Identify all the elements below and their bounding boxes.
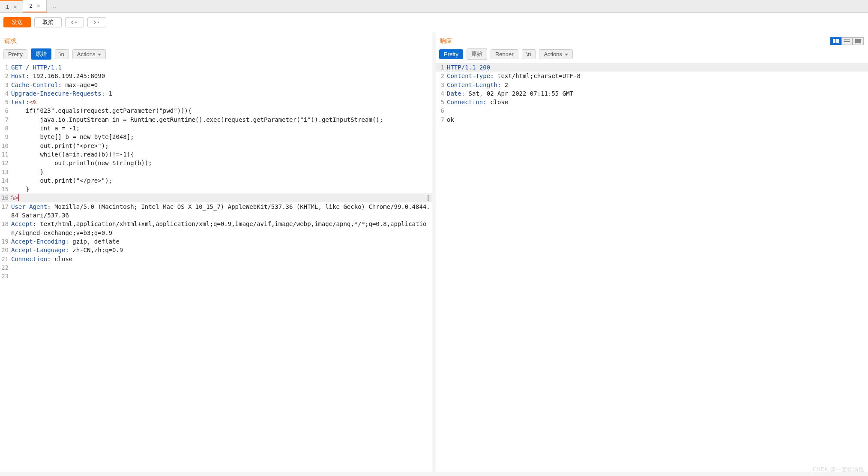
code-line: 5Connection: close [436, 98, 868, 106]
code-line: 1GET / HTTP/1.1 [0, 63, 432, 72]
line-number: 6 [0, 106, 11, 115]
line-number: 7 [0, 115, 11, 124]
code-line: 17User-Agent: Mozilla/5.0 (Macintosh; In… [0, 202, 432, 220]
view-buttons [830, 37, 864, 45]
line-number: 12 [0, 159, 11, 167]
code-line: 22 [0, 263, 432, 272]
code-line: 11 while((a=in.read(b))!=-1){ [0, 150, 432, 159]
send-button[interactable]: 发送 [3, 17, 31, 27]
line-content: out.print("<pre>"); [11, 142, 432, 150]
code-line: 12 out.println(new String(b)); [0, 159, 432, 167]
code-line: 2Host: 192.168.199.245:8090 [0, 72, 432, 80]
line-content: } [11, 168, 432, 176]
request-subtabs: Pretty 原始 \n Actions [0, 48, 432, 63]
kebab-icon[interactable]: ••• [427, 195, 429, 202]
line-content: Date: Sat, 02 Apr 2022 07:11:55 GMT [447, 89, 868, 98]
line-number: 6 [436, 106, 447, 115]
line-content [11, 272, 432, 280]
line-content: %> [11, 193, 432, 202]
request-title: 请求 [4, 37, 16, 45]
response-title: 响应 [440, 37, 452, 45]
line-number: 8 [0, 124, 11, 133]
subtab-render[interactable]: Render [491, 49, 518, 59]
subtab-actions[interactable]: Actions [539, 49, 573, 59]
subtab-actions[interactable]: Actions [72, 49, 106, 59]
tab-label: 2 [29, 3, 32, 9]
tab-label: 1 [6, 3, 9, 10]
code-line: 6 if("023".equals(request.getParameter("… [0, 106, 432, 115]
line-number: 4 [0, 89, 11, 98]
line-content: Connection: close [11, 255, 432, 263]
code-line: 1HTTP/1.1 200 [436, 63, 868, 72]
line-content: if("023".equals(request.getParameter("pw… [11, 106, 432, 115]
line-content: User-Agent: Mozilla/5.0 (Macintosh; Inte… [11, 202, 432, 220]
code-line: 15 } [0, 185, 432, 193]
code-line: 9 byte[] b = new byte[2048]; [0, 133, 432, 141]
line-content: Content-Type: text/html;charset=UTF-8 [447, 72, 868, 80]
line-content: GET / HTTP/1.1 [11, 63, 432, 72]
line-content: out.print("</pre>"); [11, 176, 432, 185]
prev-button[interactable] [65, 17, 84, 27]
close-icon[interactable]: × [37, 3, 40, 9]
subtab-newline[interactable]: \n [55, 49, 69, 59]
line-content: out.println(new String(b)); [11, 159, 432, 167]
line-number: 3 [436, 81, 447, 89]
tab-overflow[interactable]: … [47, 0, 64, 12]
subtab-pretty[interactable]: Pretty [3, 49, 27, 59]
line-number: 14 [0, 176, 11, 185]
code-line: 8 int a = -1; [0, 124, 432, 133]
line-number: 21 [0, 255, 11, 263]
line-number: 4 [436, 89, 447, 98]
view-list-button[interactable] [841, 37, 853, 45]
line-content: int a = -1; [11, 124, 432, 133]
request-pane: 请求 Pretty 原始 \n Actions 1GET / HTTP/1.12… [0, 32, 436, 472]
close-icon[interactable]: × [13, 3, 17, 10]
line-number: 1 [436, 63, 447, 72]
code-line: 3Cache-Control: max-age=0 [0, 81, 432, 89]
line-content: java.io.InputStream in = Runtime.getRunt… [11, 115, 432, 124]
line-number: 2 [0, 72, 11, 80]
chevron-left-icon [70, 20, 79, 25]
code-line: 2Content-Type: text/html;charset=UTF-8 [436, 72, 868, 80]
subtab-raw[interactable]: 原始 [31, 48, 51, 60]
chevron-right-icon [93, 20, 101, 25]
code-line: 7 java.io.InputStream in = Runtime.getRu… [0, 115, 432, 124]
watermark: CSDN @一笼管汤包 [813, 466, 864, 472]
line-number: 5 [0, 98, 11, 106]
line-number: 2 [436, 72, 447, 80]
code-line: 10 out.print("<pre>"); [0, 142, 432, 150]
line-content [11, 263, 432, 272]
line-content: while((a=in.read(b))!=-1){ [11, 150, 432, 159]
request-editor[interactable]: 1GET / HTTP/1.12Host: 192.168.199.245:80… [0, 63, 432, 472]
code-line: 4Date: Sat, 02 Apr 2022 07:11:55 GMT [436, 89, 868, 98]
panes: 请求 Pretty 原始 \n Actions 1GET / HTTP/1.12… [0, 32, 868, 472]
response-pane: 响应 Pretty 原始 Render \n Actions 1HTTP/1.1… [436, 32, 868, 472]
view-full-button[interactable] [853, 37, 864, 45]
tab-1[interactable]: 1 × [0, 0, 23, 12]
subtab-newline[interactable]: \n [522, 49, 536, 59]
line-number: 3 [0, 81, 11, 89]
next-button[interactable] [87, 17, 106, 27]
line-number: 11 [0, 150, 11, 159]
svg-rect-4 [855, 39, 861, 43]
line-number: 23 [0, 272, 11, 280]
cancel-button[interactable]: 取消 [34, 17, 62, 27]
subtab-pretty[interactable]: Pretty [439, 49, 463, 59]
view-split-button[interactable] [830, 37, 841, 45]
line-content: Connection: close [447, 98, 868, 106]
line-number: 20 [0, 246, 11, 254]
subtab-raw[interactable]: 原始 [467, 48, 487, 60]
toolbar: 发送 取消 [0, 13, 868, 32]
code-line: 21Connection: close [0, 255, 432, 263]
line-content: Accept: text/html,application/xhtml+xml,… [11, 220, 432, 237]
line-content: HTTP/1.1 200 [447, 63, 868, 72]
cursor [18, 194, 19, 201]
code-line: 14 out.print("</pre>"); [0, 176, 432, 185]
line-content [447, 106, 868, 115]
tab-2[interactable]: 2 × [23, 0, 46, 12]
svg-rect-3 [844, 41, 850, 42]
tab-bar: 1 × 2 × … [0, 0, 868, 13]
code-line: 6 [436, 106, 868, 115]
line-number: 22 [0, 263, 11, 272]
response-editor[interactable]: 1HTTP/1.1 2002Content-Type: text/html;ch… [436, 63, 868, 472]
